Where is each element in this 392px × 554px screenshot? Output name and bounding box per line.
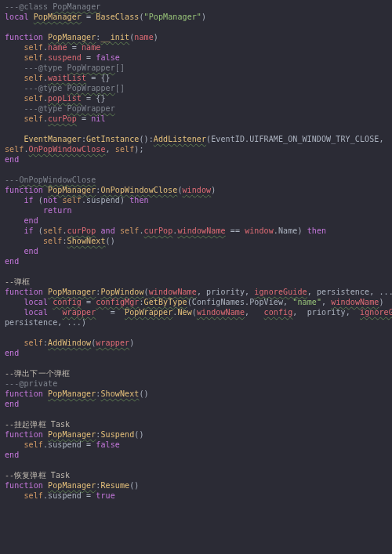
code-editor: ---@class PopManager local PopManager = … bbox=[0, 0, 392, 501]
